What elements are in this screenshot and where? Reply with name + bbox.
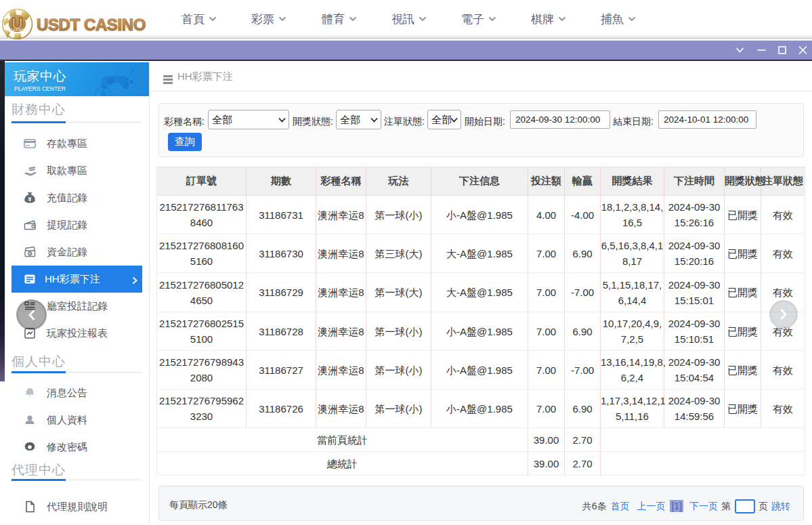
svg-text:CASINO: CASINO <box>10 28 24 32</box>
